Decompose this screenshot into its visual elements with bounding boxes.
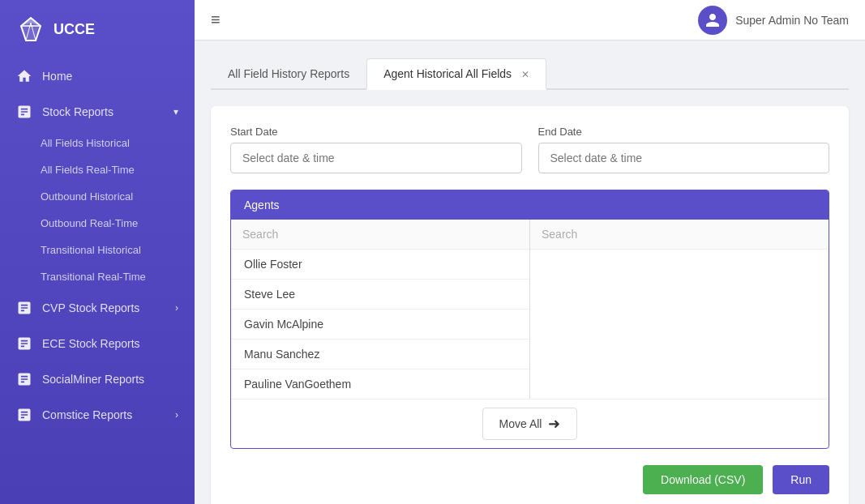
agent-item[interactable]: Gavin McAlpine [231,310,529,340]
action-row: Download (CSV) Run [230,465,829,494]
agent-item[interactable]: Ollie Foster [231,250,529,280]
chevron-right-icon: › [175,302,178,314]
agents-box: Agents Ollie Foster Steve Lee [230,190,829,449]
download-csv-button[interactable]: Download (CSV) [643,465,763,494]
move-arrow-icon: ➜ [548,415,560,433]
sidebar-item-transitional-realtime[interactable]: Transitional Real-Time [0,263,195,290]
sidebar-navigation: Home Stock Reports ▾ All Fields Historic… [0,58,195,504]
chevron-down-icon: ▾ [173,106,178,117]
agents-list: Ollie Foster Steve Lee Gavin McAlpine Ma… [231,250,529,399]
sidebar-item-all-fields-historical[interactable]: All Fields Historical [0,130,195,156]
cvp-reports-icon [16,300,32,316]
user-avatar-icon [704,12,721,28]
move-all-button[interactable]: Move All ➜ [482,408,578,440]
main-area: ≡ Super Admin No Team All Field History … [195,0,865,504]
run-button[interactable]: Run [773,465,829,494]
header: ≡ Super Admin No Team [195,0,865,41]
agent-item[interactable]: Pauline VanGoethem [231,369,529,399]
sidebar: UCCE Home Stock Reports ▾ All Fields His… [0,0,195,504]
user-name: Super Admin No Team [735,14,849,27]
tab-all-field-history[interactable]: All Field History Reports [211,58,366,90]
agents-right-search[interactable] [530,220,829,250]
tab-agent-historical-all-fields[interactable]: Agent Historical All Fields ✕ [366,58,546,90]
start-date-label: Start Date [230,126,522,138]
hamburger-button[interactable]: ≡ [211,11,221,29]
app-name: UCCE [54,21,95,38]
agent-item[interactable]: Manu Sanchez [231,340,529,369]
stock-reports-label: Stock Reports [42,105,113,118]
agent-item[interactable]: Steve Lee [231,280,529,310]
sidebar-item-socialminer-reports[interactable]: SocialMiner Reports [0,361,195,397]
socialminer-reports-label: SocialMiner Reports [42,373,144,386]
avatar [698,6,727,35]
sidebar-item-home[interactable]: Home [0,58,195,94]
end-date-field: End Date [538,126,830,173]
stock-reports-icon [16,104,32,120]
sidebar-item-comstice-reports[interactable]: Comstice Reports › [0,397,195,433]
agents-header: Agents [231,190,829,220]
tab-close-button[interactable]: ✕ [521,69,529,80]
sidebar-item-outbound-realtime[interactable]: Outbound Real-Time [0,210,195,237]
content-area: All Field History Reports Agent Historic… [195,41,865,504]
sidebar-item-outbound-historical[interactable]: Outbound Historical [0,183,195,210]
user-info: Super Admin No Team [698,6,849,35]
agents-left-search[interactable] [231,220,529,250]
home-label: Home [42,70,72,83]
logo-icon [16,15,45,44]
date-row: Start Date End Date [230,126,829,173]
agents-columns: Ollie Foster Steve Lee Gavin McAlpine Ma… [231,220,829,399]
start-date-field: Start Date [230,126,522,173]
cvp-stock-reports-label: CVP Stock Reports [42,301,139,314]
end-date-label: End Date [538,126,830,138]
socialminer-icon [16,371,32,387]
agents-right-column [530,220,829,399]
sidebar-item-cvp-stock-reports[interactable]: CVP Stock Reports › [0,290,195,326]
report-card: Start Date End Date Agents [211,106,849,504]
sidebar-item-stock-reports[interactable]: Stock Reports ▾ [0,94,195,130]
comstice-icon [16,407,32,423]
agents-left-column: Ollie Foster Steve Lee Gavin McAlpine Ma… [231,220,530,399]
end-date-input[interactable] [538,143,830,173]
ece-reports-icon [16,335,32,352]
comstice-reports-label: Comstice Reports [42,408,132,421]
move-all-row: Move All ➜ [231,399,829,448]
tab-bar: All Field History Reports Agent Historic… [211,57,849,90]
sidebar-item-transitional-historical[interactable]: Transitional Historical [0,237,195,263]
home-icon [16,68,32,84]
ece-stock-reports-label: ECE Stock Reports [42,337,140,350]
sidebar-item-all-fields-realtime[interactable]: All Fields Real-Time [0,156,195,183]
sidebar-logo: UCCE [0,0,195,58]
sidebar-item-ece-stock-reports[interactable]: ECE Stock Reports [0,326,195,361]
chevron-right-icon-2: › [175,409,178,421]
start-date-input[interactable] [230,143,522,173]
